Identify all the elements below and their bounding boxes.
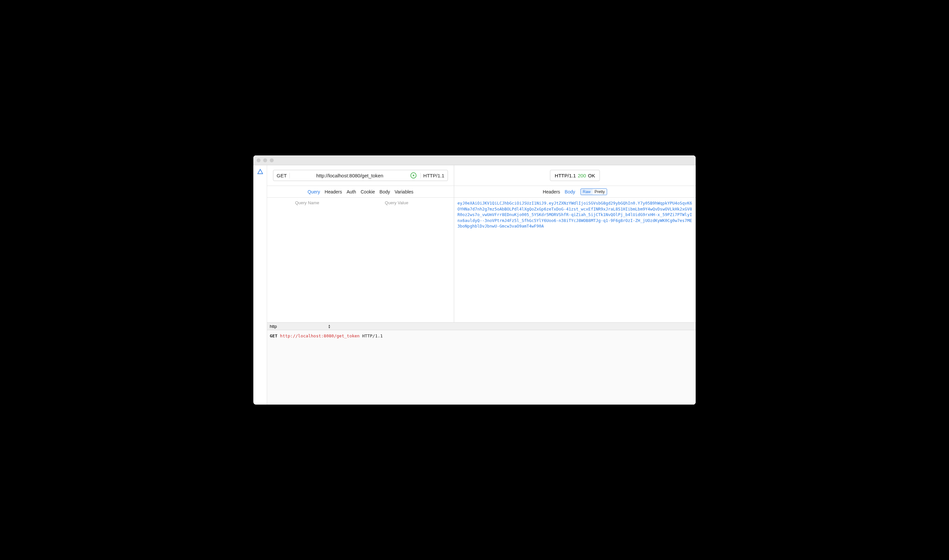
send-request-button[interactable] (410, 172, 417, 179)
maximize-window-button[interactable] (270, 158, 274, 162)
response-pane: HTTP/1.1 200 OK Headers Body Raw Pretty (454, 165, 696, 322)
query-value-header: Query Value (343, 200, 450, 205)
tab-resp-headers[interactable]: Headers (543, 189, 560, 194)
query-body[interactable] (267, 208, 454, 322)
format-row: http ▴▾ (267, 323, 696, 330)
minimize-window-button[interactable] (263, 158, 267, 162)
response-status: HTTP/1.1 200 OK (550, 170, 600, 181)
response-tabs: Headers Body Raw Pretty (454, 186, 696, 198)
tab-query[interactable]: Query (307, 189, 320, 194)
tab-headers[interactable]: Headers (324, 189, 342, 194)
view-raw-button[interactable]: Raw (581, 189, 593, 195)
tab-variables[interactable]: Variables (395, 189, 414, 194)
request-pane: GET http://localhost:8080/get_token HTTP… (267, 165, 454, 322)
method-select[interactable]: GET (277, 173, 290, 178)
request-box: GET http://localhost:8080/get_token HTTP… (273, 170, 448, 181)
view-mode-toggle: Raw Pretty (580, 189, 607, 195)
sidebar (253, 165, 267, 405)
app-logo-icon[interactable] (257, 169, 264, 175)
response-body[interactable]: eyJ0eXAiOiJKV1QiLCJhbGciOiJSUzI1NiJ9.eyJ… (454, 198, 696, 322)
raw-method: GET (270, 334, 277, 338)
response-protocol: HTTP/1.1 (555, 173, 576, 178)
app-window: GET http://localhost:8080/get_token HTTP… (253, 155, 696, 405)
response-body-text: eyJ0eXAiOiJKV1QiLCJhbGciOiJSUzI1NiJ9.eyJ… (457, 200, 692, 229)
close-window-button[interactable] (257, 158, 261, 162)
tab-auth[interactable]: Auth (347, 189, 356, 194)
query-columns: Query Name Query Value (267, 198, 454, 208)
query-name-header: Query Name (271, 200, 343, 205)
response-status-code: 200 (578, 173, 586, 178)
raw-request-view[interactable]: GET http://localhost:8080/get_token HTTP… (267, 330, 696, 405)
raw-protocol: HTTP/1.1 (362, 334, 383, 338)
tab-resp-body[interactable]: Body (565, 189, 575, 194)
request-bar: GET http://localhost:8080/get_token HTTP… (267, 165, 454, 186)
tab-body[interactable]: Body (380, 189, 390, 194)
response-bar: HTTP/1.1 200 OK (454, 165, 696, 186)
format-select[interactable]: http (267, 323, 333, 330)
url-input[interactable]: http://localhost:8080/get_token (293, 173, 407, 178)
tab-cookie[interactable]: Cookie (361, 189, 375, 194)
view-pretty-button[interactable]: Pretty (593, 189, 607, 195)
titlebar (253, 155, 696, 165)
raw-url: http://localhost:8080/get_token (280, 334, 360, 338)
main: GET http://localhost:8080/get_token HTTP… (267, 165, 696, 405)
raw-pane: http ▴▾ GET http://localhost:8080/get_to… (267, 323, 696, 405)
top-panes: GET http://localhost:8080/get_token HTTP… (267, 165, 696, 323)
request-tabs: Query Headers Auth Cookie Body Variables (267, 186, 454, 198)
content: GET http://localhost:8080/get_token HTTP… (253, 165, 696, 405)
traffic-lights (257, 158, 274, 162)
protocol-select[interactable]: HTTP/1.1 (420, 173, 444, 178)
response-status-text: OK (588, 173, 595, 178)
